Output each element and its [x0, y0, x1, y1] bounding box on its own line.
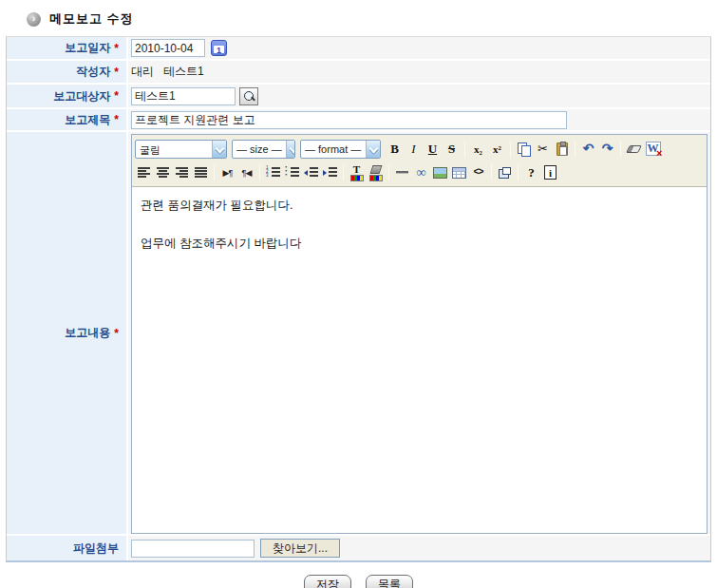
report-target-cell [128, 85, 710, 107]
page-title: 메모보고 수정 [49, 10, 134, 28]
report-target-input[interactable] [131, 87, 236, 105]
ordered-list-icon[interactable] [264, 163, 282, 181]
subscript-button[interactable]: x₂ [469, 140, 487, 158]
chevron-down-icon[interactable] [286, 141, 294, 158]
underline-button[interactable]: U [424, 140, 442, 158]
toolbar-separator [214, 164, 215, 180]
align-center-icon[interactable] [154, 163, 172, 181]
required-mark: * [114, 66, 119, 79]
report-title-cell [128, 109, 710, 130]
report-content-cell: 굴림 — size — — format — B I U S [128, 132, 710, 534]
toolbar-separator [388, 164, 389, 180]
file-attach-label: 파일첨부 [7, 536, 126, 560]
format-select[interactable]: — format — [300, 140, 381, 159]
copy-icon[interactable] [515, 140, 533, 158]
report-date-cell [128, 37, 710, 59]
insert-link-icon[interactable]: ∞ [412, 163, 430, 181]
report-content-label: 보고내용 * [7, 132, 126, 534]
required-mark: * [114, 89, 119, 103]
toolbar-separator [491, 164, 492, 180]
report-date-input[interactable] [131, 39, 205, 57]
insert-table-icon[interactable] [450, 163, 468, 181]
file-attach-input[interactable] [131, 540, 255, 558]
clean-word-formatting-icon[interactable]: W [644, 140, 662, 158]
content-line: 관련 품의결재가 필요합니다. [141, 198, 699, 214]
required-mark: * [114, 113, 119, 126]
about-icon[interactable]: i [541, 163, 559, 181]
horizontal-rule-icon[interactable] [393, 163, 411, 181]
redo-icon[interactable]: ↷ [598, 140, 616, 158]
rtl-direction-icon[interactable]: ¶◀ [237, 163, 255, 181]
content-line: 업무에 참조해주시기 바랍니다 [141, 236, 699, 252]
ltr-direction-icon[interactable]: ▶¶ [218, 163, 236, 181]
eraser-icon[interactable] [625, 140, 643, 158]
author-value: 대리 테스트1 [131, 64, 204, 80]
source-code-icon[interactable]: <> [469, 163, 487, 181]
bold-button[interactable]: B [386, 140, 404, 158]
chevron-down-icon[interactable] [366, 141, 380, 158]
text-color-icon[interactable]: T [348, 163, 366, 181]
undo-icon[interactable]: ↶ [579, 140, 597, 158]
action-buttons: 저장 목록 [0, 575, 717, 588]
strikethrough-button[interactable]: S [443, 140, 461, 158]
maximize-icon[interactable] [496, 163, 514, 181]
editor-content[interactable]: 관련 품의결재가 필요합니다. 업무에 참조해주시기 바랍니다 [132, 187, 707, 533]
author-cell: 대리 테스트1 [128, 61, 710, 83]
cut-icon[interactable]: ✂ [534, 140, 552, 158]
search-icon[interactable] [239, 87, 258, 105]
report-target-label: 보고대상자 * [7, 85, 126, 107]
outdent-icon[interactable] [302, 163, 320, 181]
insert-image-icon[interactable] [431, 163, 449, 181]
chevron-bullet-icon [27, 12, 41, 27]
report-title-label: 보고제목 * [7, 109, 126, 130]
page-header: 메모보고 수정 [0, 0, 717, 36]
align-left-icon[interactable] [135, 163, 153, 181]
chevron-down-icon[interactable] [212, 141, 226, 158]
required-mark: * [114, 42, 119, 55]
italic-button[interactable]: I [405, 140, 423, 158]
rich-text-editor: 굴림 — size — — format — B I U S [131, 134, 708, 534]
font-select[interactable]: 굴림 [135, 140, 227, 159]
file-attach-cell: 찾아보기... [128, 536, 710, 560]
superscript-button[interactable]: x² [488, 140, 506, 158]
author-label: 작성자 * [7, 61, 126, 83]
report-date-label: 보고일자 * [7, 37, 126, 59]
help-icon[interactable]: ? [522, 163, 540, 181]
background-color-icon[interactable] [367, 163, 385, 181]
paste-icon[interactable] [553, 140, 571, 158]
toolbar-separator [575, 141, 575, 157]
toolbar-separator [464, 141, 465, 157]
toolbar-row-1: 굴림 — size — — format — B I U S [135, 137, 704, 161]
indent-icon[interactable] [321, 163, 339, 181]
browse-button[interactable]: 찾아보기... [260, 539, 340, 558]
required-mark: * [114, 327, 119, 340]
memo-report-form: 보고일자 * 작성자 * 대리 테스트1 보고대상자 * 보고제목 * 보고내용… [6, 36, 711, 562]
toolbar-separator [343, 164, 344, 180]
report-title-input[interactable] [131, 111, 567, 129]
size-select[interactable]: — size — [232, 140, 295, 159]
unordered-list-icon[interactable] [283, 163, 301, 181]
calendar-icon[interactable] [211, 40, 227, 56]
save-button[interactable]: 저장 [304, 575, 351, 588]
align-right-icon[interactable] [173, 163, 191, 181]
justify-icon[interactable] [192, 163, 210, 181]
toolbar-separator [259, 164, 260, 180]
list-button[interactable]: 목록 [366, 575, 413, 588]
toolbar-separator [620, 141, 621, 157]
toolbar-row-2: ▶¶ ¶◀ T ∞ <> [135, 161, 704, 184]
toolbar-separator [510, 141, 511, 157]
toolbar-separator [518, 164, 519, 180]
editor-toolbar: 굴림 — size — — format — B I U S [132, 135, 707, 187]
